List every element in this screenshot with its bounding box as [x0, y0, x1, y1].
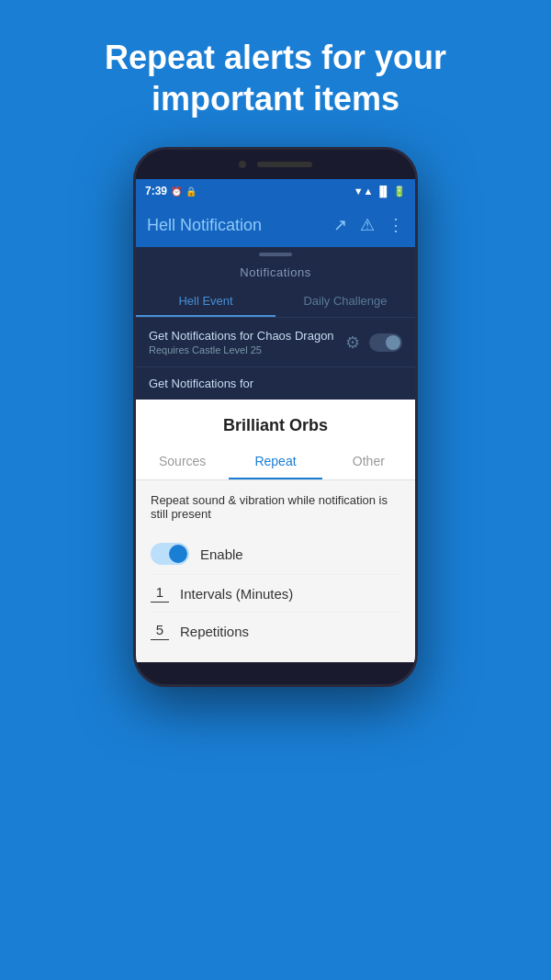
intervals-value[interactable]: 1: [151, 584, 169, 603]
drawer-handle: [136, 247, 415, 262]
notifications-header: Notifications: [136, 262, 415, 287]
notification-item-partial: Get Notifications for: [136, 367, 415, 400]
repetitions-row: 5 Repetitions: [151, 613, 400, 649]
bottom-sheet-tabs: Sources Repeat Other: [136, 445, 415, 480]
alert-icon[interactable]: ⚠: [360, 215, 375, 235]
wifi-icon: ▼▲: [354, 186, 374, 197]
tab-hell-event[interactable]: Hell Event: [136, 287, 276, 317]
handle-bar: [259, 253, 292, 256]
enable-toggle[interactable]: [151, 543, 189, 565]
enable-row: Enable: [151, 534, 400, 575]
enable-label: Enable: [200, 546, 243, 562]
tab-daily-challenge[interactable]: Daily Challenge: [276, 287, 415, 317]
alarm-icon: ⏰: [171, 186, 182, 197]
phone-bezel-bottom: [136, 662, 415, 684]
toggle-switch[interactable]: [369, 333, 402, 352]
bs-tab-repeat[interactable]: Repeat: [229, 445, 321, 479]
bottom-sheet: Brilliant Orbs Sources Repeat Other Repe…: [136, 400, 415, 662]
status-bar: 7:39 ⏰ 🔒 ▼▲ ▐▌ 🔋: [136, 179, 415, 203]
hero-text: Repeat alerts for your important items: [0, 0, 551, 147]
toggle-on-wrapper: [151, 543, 189, 565]
repeat-description: Repeat sound & vibration while notificat…: [151, 493, 400, 521]
gear-icon[interactable]: ⚙: [345, 332, 360, 353]
repetitions-value[interactable]: 5: [151, 622, 169, 640]
screen-content: Notifications Hell Event Daily Challenge…: [136, 247, 415, 400]
screen-tabs: Hell Event Daily Challenge: [136, 287, 415, 318]
item-title: Get Notifications for Chaos Dragon: [149, 329, 345, 343]
status-right: ▼▲ ▐▌ 🔋: [354, 186, 406, 197]
item-subtitle: Requires Castle Level 25: [149, 344, 345, 355]
app-title: Hell Notification: [147, 216, 262, 235]
share-icon[interactable]: ↗: [333, 215, 347, 235]
bs-tab-other[interactable]: Other: [322, 445, 415, 479]
status-left: 7:39 ⏰ 🔒: [145, 185, 197, 197]
intervals-label: Intervals (Minutes): [180, 586, 293, 602]
front-camera: [239, 161, 246, 168]
more-icon[interactable]: ⋮: [388, 215, 404, 235]
repetitions-label: Repetitions: [180, 624, 249, 639]
lock-icon: 🔒: [186, 186, 197, 197]
notification-item-chaos-dragon: Get Notifications for Chaos Dragon Requi…: [136, 318, 415, 367]
app-bar-actions: ↗ ⚠ ⋮: [333, 215, 404, 235]
notification-item-right: ⚙: [345, 332, 402, 353]
battery-icon: 🔋: [393, 186, 406, 197]
intervals-row: 1 Intervals (Minutes): [151, 575, 400, 613]
notification-item-left: Get Notifications for Chaos Dragon Requi…: [149, 329, 345, 355]
phone: 7:39 ⏰ 🔒 ▼▲ ▐▌ 🔋 Hell Notification ↗ ⚠ ⋮: [133, 147, 418, 687]
bs-content: Repeat sound & vibration while notificat…: [136, 480, 415, 662]
bottom-sheet-title: Brilliant Orbs: [136, 400, 415, 445]
signal-icon: ▐▌: [376, 186, 390, 197]
phone-bezel-top: [136, 150, 415, 179]
bs-tab-sources[interactable]: Sources: [136, 445, 229, 479]
phone-speaker: [257, 162, 312, 167]
app-bar: Hell Notification ↗ ⚠ ⋮: [136, 203, 415, 247]
status-time: 7:39: [145, 185, 167, 197]
phone-frame: 7:39 ⏰ 🔒 ▼▲ ▐▌ 🔋 Hell Notification ↗ ⚠ ⋮: [133, 147, 418, 980]
